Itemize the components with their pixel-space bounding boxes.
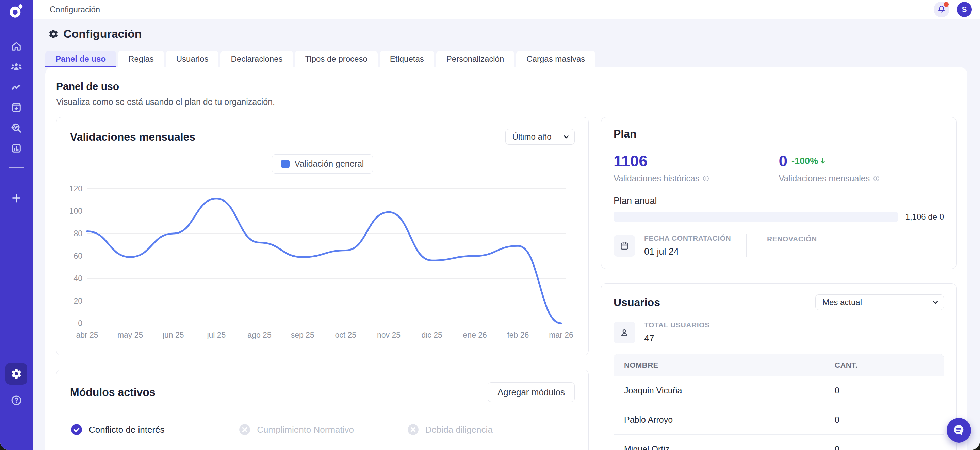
content-panel: Panel de uso Visualiza como se está usan… — [45, 67, 967, 450]
svg-text:mar 26: mar 26 — [549, 330, 573, 339]
svg-text:20: 20 — [73, 297, 82, 305]
module-cumplimiento-normativo[interactable]: Cumplimiento Normativo — [238, 423, 406, 436]
topbar-divider — [926, 5, 926, 14]
svg-text:0: 0 — [78, 319, 82, 328]
chat-bubble-icon — [952, 423, 966, 437]
plan-anual-label: Plan anual — [614, 196, 944, 206]
tab-reglas[interactable]: Reglas — [118, 51, 164, 67]
stat-historicas: 1106 Validaciones históricas — [614, 153, 779, 184]
sidebar-divider — [8, 168, 24, 168]
chevron-down-icon — [927, 298, 943, 306]
info-icon[interactable] — [702, 175, 710, 182]
col-nombre: NOMBRE — [624, 361, 835, 370]
tab-etiquetas[interactable]: Etiquetas — [380, 51, 434, 67]
arrow-down-icon — [819, 157, 827, 165]
usuarios-card-title: Usuarios — [614, 296, 660, 309]
validaciones-mensuales-card: Validaciones mensuales Último año — [56, 117, 589, 355]
chevron-down-icon — [558, 133, 574, 141]
sidebar-item-users[interactable] — [5, 56, 27, 77]
module-conflicto-de-interes[interactable]: Conflicto de interés — [70, 423, 238, 436]
svg-text:100: 100 — [70, 207, 82, 215]
svg-text:feb 26: feb 26 — [507, 330, 529, 339]
svg-text:60: 60 — [73, 252, 82, 260]
tab-usuarios[interactable]: Usuarios — [166, 51, 219, 67]
tab-personalizacion[interactable]: Personalización — [436, 51, 514, 67]
sidebar-item-reports[interactable] — [5, 138, 27, 159]
stat-mensuales-label: Validaciones mensuales — [779, 174, 870, 184]
plan-progress-bar — [614, 212, 898, 222]
svg-text:sep 25: sep 25 — [291, 330, 314, 339]
svg-text:nov 25: nov 25 — [377, 330, 401, 339]
sidebar-item-inbox[interactable] — [5, 97, 27, 118]
stat-mensuales: 0 -100% Validaciones mens — [779, 153, 944, 184]
section-title: Panel de uso — [56, 81, 956, 92]
tab-declaraciones[interactable]: Declaraciones — [221, 51, 293, 67]
user-name: Miguel Ortiz — [624, 444, 669, 450]
section-description: Visualiza como se está usando el plan de… — [56, 97, 956, 107]
user-cant: 0 — [835, 415, 933, 425]
fecha-contratacion-label: FECHA CONTRATACIÓN — [644, 234, 731, 243]
chart-range-select[interactable]: Último año — [505, 129, 575, 145]
user-name: Pablo Arroyo — [624, 415, 673, 425]
tab-tipos-de-proceso[interactable]: Tipos de proceso — [295, 51, 378, 67]
module-debida-diligencia[interactable]: Debida diligencia — [407, 423, 575, 436]
info-icon[interactable] — [873, 175, 880, 182]
svg-text:120: 120 — [70, 184, 82, 193]
stat-historicas-label: Validaciones históricas — [614, 174, 699, 184]
x-circle-icon — [238, 423, 251, 436]
usage-line-chart: 020406080100120abr 25may 25jun 25jul 25a… — [70, 182, 575, 343]
page: Configuración Panel de usoReglasUsuarios… — [33, 19, 980, 450]
sidebar-item-audit-search[interactable] — [5, 118, 27, 138]
sidebar-item-home[interactable] — [5, 36, 27, 56]
avatar[interactable]: S — [957, 2, 972, 17]
usuarios-table-header: NOMBRE CANT. — [614, 354, 943, 376]
total-usuarios-label: TOTAL USUARIOS — [644, 321, 710, 329]
chart-range-value: Último año — [512, 132, 552, 142]
stat-mensuales-value: 0 — [779, 153, 788, 169]
tab-cargas-masivas[interactable]: Cargas masivas — [516, 51, 595, 67]
brand-logo-icon — [7, 3, 26, 18]
fecha-contratacion-value: 01 jul 24 — [644, 246, 731, 257]
chart-card-title: Validaciones mensuales — [70, 131, 195, 143]
topbar: Configuración S — [33, 0, 980, 19]
usuarios-table-body: Joaquin Vicuña0Pablo Arroyo0Miguel Ortiz… — [614, 376, 943, 450]
stat-historicas-value: 1106 — [614, 153, 779, 169]
notification-dot — [943, 2, 949, 7]
svg-text:40: 40 — [73, 274, 82, 283]
chat-button[interactable] — [947, 418, 971, 442]
usuarios-range-value: Mes actual — [822, 297, 862, 307]
notifications-button[interactable] — [934, 2, 950, 18]
svg-text:oct 25: oct 25 — [335, 330, 356, 339]
sidebar-item-help[interactable] — [5, 390, 27, 410]
add-modules-button[interactable]: Agregar módulos — [488, 382, 575, 402]
svg-text:jun 25: jun 25 — [162, 330, 184, 339]
table-row-joaquin-vicuna: Joaquin Vicuña0 — [614, 376, 943, 405]
tabs: Panel de usoReglasUsuariosDeclaracionesT… — [45, 51, 967, 67]
chart-legend[interactable]: Validación general — [272, 154, 373, 174]
table-row-pablo-arroyo: Pablo Arroyo0 — [614, 405, 943, 435]
svg-text:abr 25: abr 25 — [76, 330, 98, 339]
svg-text:jul 25: jul 25 — [207, 330, 226, 339]
renovacion-label: RENOVACIÓN — [767, 235, 817, 243]
svg-text:ago 25: ago 25 — [247, 330, 271, 339]
sidebar-item-activity[interactable] — [5, 77, 27, 97]
legend-label: Validación general — [295, 159, 364, 169]
modules-grid: Conflicto de interésCumplimiento Normati… — [70, 423, 575, 450]
page-title: Configuración — [63, 27, 142, 40]
usuarios-range-select[interactable]: Mes actual — [815, 294, 944, 310]
user-cant: 0 — [835, 444, 933, 450]
modulos-activos-card: Módulos activos Agregar módulos Conflict… — [56, 370, 589, 450]
module-label: Conflicto de interés — [89, 424, 165, 435]
svg-text:may 25: may 25 — [118, 330, 143, 339]
breadcrumb: Configuración — [50, 5, 100, 14]
sidebar-add-button[interactable] — [5, 188, 27, 208]
settings-icon — [48, 29, 59, 39]
sidebar-item-settings[interactable] — [5, 363, 27, 385]
svg-text:dic 25: dic 25 — [421, 330, 442, 339]
module-label: Debida diligencia — [425, 424, 493, 435]
tab-panel-de-uso[interactable]: Panel de uso — [45, 51, 116, 67]
svg-text:80: 80 — [73, 229, 82, 238]
x-circle-icon — [407, 423, 420, 436]
module-label: Cumplimiento Normativo — [257, 424, 354, 435]
total-usuarios-value: 47 — [644, 333, 710, 344]
